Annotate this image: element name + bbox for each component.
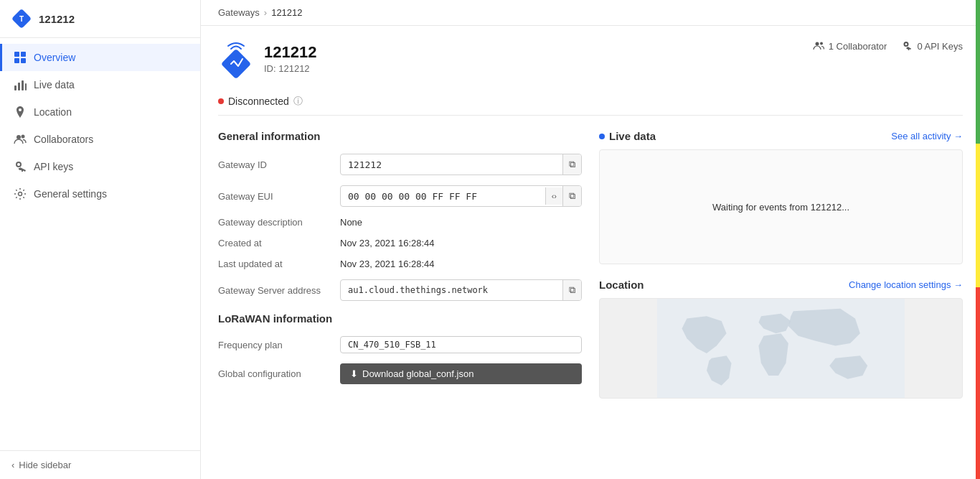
svg-rect-8 [22, 80, 24, 90]
gateway-title-area: 121212 ID: 121212 [218, 40, 316, 76]
lorawan-info-title: LoRaWAN information [218, 312, 582, 325]
status-row: Disconnected ⓘ [218, 88, 963, 116]
live-data-box: Waiting for events from 121212... [599, 149, 963, 264]
gateway-eui-code-button[interactable]: ‹› [545, 187, 562, 205]
app-logo-icon: T [11, 9, 32, 29]
settings-icon [14, 187, 27, 200]
gateway-name-area: 121212 ID: 121212 [264, 43, 316, 74]
field-last-updated: Last updated at Nov 23, 2021 16:28:44 [218, 259, 582, 269]
field-server-address-label: Gateway Server address [218, 285, 333, 296]
server-address-input-wrapper: ⧉ [340, 279, 582, 301]
live-data-title: Live data [599, 130, 656, 142]
collaborators-meta-icon [813, 40, 824, 52]
field-frequency-plan-label: Frequency plan [218, 340, 333, 350]
svg-text:T: T [19, 15, 24, 23]
sidebar-item-api-keys-label: API keys [34, 161, 73, 172]
status-help-icon[interactable]: ⓘ [293, 95, 303, 108]
gateway-description-value: None [340, 217, 582, 228]
status-dot [218, 98, 224, 104]
gateway-eui-copy-button[interactable]: ⧉ [562, 186, 581, 206]
live-data-header: Live data See all activity → [599, 130, 963, 142]
sidebar-logo-text: 121212 [39, 13, 75, 25]
sidebar-item-collaborators-label: Collaborators [34, 134, 93, 145]
download-button-label: Download global_conf.json [362, 368, 473, 379]
breadcrumb-parent[interactable]: Gateways [218, 7, 260, 18]
live-data-section: Live data See all activity → Waiting for… [599, 130, 963, 264]
gateway-name: 121212 [264, 43, 316, 62]
collaborators-icon [14, 133, 27, 146]
gateway-icon [218, 40, 254, 76]
connection-status: Disconnected ⓘ [218, 95, 303, 108]
map-box [599, 298, 963, 399]
svg-rect-7 [18, 83, 20, 90]
breadcrumb-separator: › [264, 7, 267, 18]
sidebar-item-location-label: Location [34, 106, 72, 118]
svg-rect-9 [25, 83, 27, 90]
api-keys-icon [14, 160, 27, 173]
sidebar-item-live-data[interactable]: Live data [0, 71, 200, 98]
field-global-config: Global configuration ⬇ Download global_c… [218, 363, 582, 384]
general-info-title: General information [218, 130, 582, 142]
server-address-copy-button[interactable]: ⧉ [562, 280, 581, 300]
see-all-activity-link[interactable]: See all activity → [891, 131, 963, 141]
download-icon: ⬇ [350, 368, 358, 379]
sidebar-item-general-settings[interactable]: General settings [0, 180, 200, 208]
frequency-plan-badge: CN_470_510_FSB_11 [340, 336, 582, 353]
sidebar-item-general-settings-label: General settings [34, 188, 107, 200]
api-keys-count: 0 API Keys [917, 41, 963, 52]
field-server-address: Gateway Server address ⧉ [218, 279, 582, 301]
sidebar-item-live-data-label: Live data [34, 79, 75, 90]
location-section: Location Change location settings → [599, 279, 963, 399]
breadcrumb: Gateways › 121212 [201, 0, 980, 26]
api-keys-meta-icon [901, 40, 913, 52]
field-gateway-description: Gateway description None [218, 217, 582, 228]
field-last-updated-label: Last updated at [218, 259, 333, 269]
collaborators-meta: 1 Collaborator [813, 40, 887, 52]
svg-rect-2 [14, 52, 19, 57]
sidebar-item-location[interactable]: Location [0, 98, 200, 126]
chevron-left-icon: ‹ [11, 460, 14, 470]
field-global-config-label: Global configuration [218, 368, 333, 379]
main-content: Gateways › 121212 12 [201, 0, 980, 479]
api-keys-meta: 0 API Keys [901, 40, 963, 52]
gateway-eui-input[interactable] [341, 187, 545, 206]
field-gateway-id: Gateway ID ⧉ [218, 154, 582, 175]
live-dot [599, 134, 605, 139]
gateway-id: ID: 121212 [264, 63, 316, 74]
last-updated-value: Nov 23, 2021 16:28:44 [340, 259, 582, 269]
field-frequency-plan: Frequency plan CN_470_510_FSB_11 [218, 336, 582, 353]
field-gateway-eui: Gateway EUI ‹› ⧉ [218, 185, 582, 207]
created-at-value: Nov 23, 2021 16:28:44 [340, 238, 582, 248]
sidebar-item-overview-label: Overview [34, 52, 75, 63]
gateway-id-input[interactable] [341, 155, 562, 175]
server-address-input[interactable] [341, 281, 562, 299]
right-column: Live data See all activity → Waiting for… [599, 130, 963, 399]
sidebar-item-overview[interactable]: Overview [0, 44, 200, 71]
svg-rect-6 [14, 85, 17, 90]
svg-point-15 [820, 42, 823, 45]
hide-sidebar-button[interactable]: ‹ Hide sidebar [0, 450, 200, 479]
scroll-indicator [976, 0, 980, 479]
hide-sidebar-label: Hide sidebar [19, 460, 71, 470]
sidebar-nav: Overview Live data Location [0, 38, 200, 450]
gateway-id-input-wrapper: ⧉ [340, 154, 582, 175]
breadcrumb-current: 121212 [271, 7, 302, 18]
gateway-id-copy-button[interactable]: ⧉ [562, 154, 581, 175]
content-area: 121212 ID: 121212 1 Collaborator [201, 26, 980, 479]
live-data-section-title: Live data [609, 130, 656, 142]
waiting-text: Waiting for events from 121212... [712, 202, 849, 213]
svg-point-12 [19, 192, 22, 196]
gateway-eui-input-wrapper: ‹› ⧉ [340, 185, 582, 207]
two-column-layout: General information Gateway ID ⧉ Gateway… [218, 130, 963, 399]
field-gateway-description-label: Gateway description [218, 217, 333, 228]
gateway-meta: 1 Collaborator 0 API Keys [813, 40, 963, 52]
location-section-title: Location [599, 279, 644, 291]
left-column: General information Gateway ID ⧉ Gateway… [218, 130, 582, 399]
download-global-config-button[interactable]: ⬇ Download global_conf.json [340, 363, 582, 384]
sidebar-item-collaborators[interactable]: Collaborators [0, 126, 200, 153]
change-location-settings-link[interactable]: Change location settings → [849, 279, 963, 290]
svg-rect-5 [21, 58, 26, 63]
field-created-at: Created at Nov 23, 2021 16:28:44 [218, 238, 582, 248]
gateway-header: 121212 ID: 121212 1 Collaborator [218, 40, 963, 76]
sidebar-item-api-keys[interactable]: API keys [0, 153, 200, 180]
